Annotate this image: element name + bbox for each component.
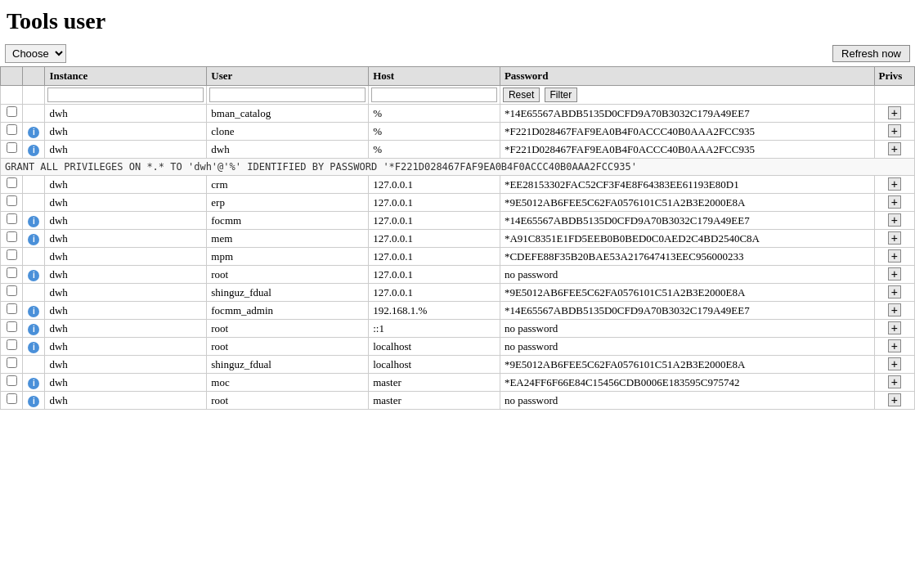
table-row: dwhbman_catalog%*14E65567ABDB5135D0CFD9A… <box>1 105 915 123</box>
row-checkbox-cell <box>1 230 23 248</box>
row-host: % <box>369 105 500 123</box>
filter-host-cell <box>369 86 500 105</box>
table-row: iUser has ALL PRIVILEGES.dwhdwh%*F221D02… <box>1 141 915 159</box>
table-row: dwhcrm127.0.0.1*EE28153302FAC52CF3F4E8F6… <box>1 176 915 194</box>
row-instance: dwh <box>45 194 207 212</box>
table-row: idwhrootmasterno password+ <box>1 392 915 410</box>
filter-privs-cell <box>874 86 915 105</box>
privs-plus-icon[interactable]: + <box>888 267 901 281</box>
privs-plus-icon[interactable]: + <box>888 321 901 334</box>
filter-user-input[interactable] <box>209 88 366 102</box>
row-user: root <box>207 266 369 284</box>
row-checkbox[interactable] <box>7 106 17 117</box>
row-info-cell: i <box>23 302 45 320</box>
row-checkbox[interactable] <box>7 231 17 242</box>
row-host: 127.0.0.1 <box>369 248 500 266</box>
info-icon[interactable]: i <box>28 324 39 335</box>
reset-button[interactable]: Reset <box>503 88 540 102</box>
row-instance: dwh <box>45 320 207 338</box>
row-checkbox[interactable] <box>7 321 17 332</box>
row-privs: + <box>874 248 915 266</box>
privs-plus-icon[interactable]: + <box>888 249 901 263</box>
row-checkbox[interactable] <box>7 142 17 153</box>
filter-password-cell: Reset Filter <box>500 86 874 105</box>
row-checkbox[interactable] <box>7 177 17 188</box>
row-checkbox[interactable] <box>7 249 17 260</box>
filter-row: Reset Filter <box>1 86 915 105</box>
row-checkbox-cell <box>1 266 23 284</box>
row-checkbox[interactable] <box>7 339 17 350</box>
info-icon[interactable]: i <box>28 342 39 353</box>
row-host: 127.0.0.1 <box>369 194 500 212</box>
privs-plus-icon[interactable]: + <box>888 303 901 316</box>
row-checkbox-cell <box>1 212 23 230</box>
row-instance: dwh <box>45 266 207 284</box>
row-instance: dwh <box>45 392 207 410</box>
table-row: dwhshinguz_fdual127.0.0.1*9E5012AB6FEE5C… <box>1 284 915 302</box>
row-checkbox[interactable] <box>7 285 17 296</box>
privs-plus-icon[interactable]: + <box>888 375 901 388</box>
row-checkbox[interactable] <box>7 124 17 135</box>
privs-plus-icon[interactable]: + <box>888 106 901 119</box>
choose-select[interactable]: Choose <box>5 44 66 63</box>
privs-plus-icon[interactable]: + <box>888 231 901 245</box>
row-checkbox[interactable] <box>7 357 17 368</box>
row-instance: dwh <box>45 338 207 356</box>
header-checkbox <box>1 67 23 86</box>
privs-plus-icon[interactable]: + <box>888 142 901 155</box>
row-checkbox[interactable] <box>7 267 17 278</box>
info-icon[interactable]: i <box>28 127 39 138</box>
row-instance: dwh <box>45 356 207 374</box>
row-info-cell <box>23 356 45 374</box>
header-privs: Privs <box>874 67 915 86</box>
table-row: idwhfocmm_admin192.168.1.%*14E65567ABDB5… <box>1 302 915 320</box>
row-user: dwh <box>207 141 369 159</box>
row-host: localhost <box>369 338 500 356</box>
privs-plus-icon[interactable]: + <box>888 393 901 406</box>
privs-plus-icon[interactable]: + <box>888 177 901 191</box>
row-checkbox-cell <box>1 141 23 159</box>
row-checkbox[interactable] <box>7 213 17 224</box>
row-user: bman_catalog <box>207 105 369 123</box>
row-checkbox[interactable] <box>7 195 17 206</box>
row-password: *CDEFE88F35B20BAE53A217647413EEC95600023… <box>500 248 874 266</box>
filter-button[interactable]: Filter <box>545 88 578 102</box>
row-host: % <box>369 141 500 159</box>
info-icon[interactable]: i <box>28 145 39 156</box>
row-privs: + <box>874 105 915 123</box>
grant-text: GRANT ALL PRIVILEGES ON *.* TO 'dwh'@'%'… <box>1 159 915 176</box>
row-host: ::1 <box>369 320 500 338</box>
info-icon[interactable]: i <box>28 234 39 245</box>
info-icon[interactable]: i <box>28 270 39 281</box>
privs-plus-icon[interactable]: + <box>888 124 901 137</box>
filter-host-input[interactable] <box>371 88 497 102</box>
row-info-cell <box>23 176 45 194</box>
row-password: *14E65567ABDB5135D0CFD9A70B3032C179A49EE… <box>500 212 874 230</box>
privs-plus-icon[interactable]: + <box>888 213 901 227</box>
table-row: idwhroot127.0.0.1no password+ <box>1 266 915 284</box>
privs-plus-icon[interactable]: + <box>888 285 901 298</box>
row-password: *14E65567ABDB5135D0CFD9A70B3032C179A49EE… <box>500 302 874 320</box>
row-instance: dwh <box>45 374 207 392</box>
refresh-button[interactable]: Refresh now <box>832 45 910 62</box>
privs-plus-icon[interactable]: + <box>888 339 901 352</box>
privs-plus-icon[interactable]: + <box>888 357 901 370</box>
table-row: idwhclone%*F221D028467FAF9EA0B4F0ACCC40B… <box>1 123 915 141</box>
row-checkbox[interactable] <box>7 375 17 386</box>
row-host: 127.0.0.1 <box>369 266 500 284</box>
info-icon[interactable]: i <box>28 396 39 407</box>
row-info-cell: i <box>23 374 45 392</box>
row-checkbox[interactable] <box>7 303 17 314</box>
table-row: idwhroot::1no password+ <box>1 320 915 338</box>
privs-plus-icon[interactable]: + <box>888 195 901 209</box>
row-info-cell <box>23 284 45 302</box>
info-icon[interactable]: i <box>28 216 39 227</box>
info-icon[interactable]: i <box>28 306 39 317</box>
filter-instance-input[interactable] <box>47 88 204 102</box>
row-user: root <box>207 320 369 338</box>
row-instance: dwh <box>45 105 207 123</box>
row-checkbox[interactable] <box>7 393 17 404</box>
row-host: localhost <box>369 356 500 374</box>
row-privs: + <box>874 374 915 392</box>
info-icon[interactable]: i <box>28 378 39 389</box>
